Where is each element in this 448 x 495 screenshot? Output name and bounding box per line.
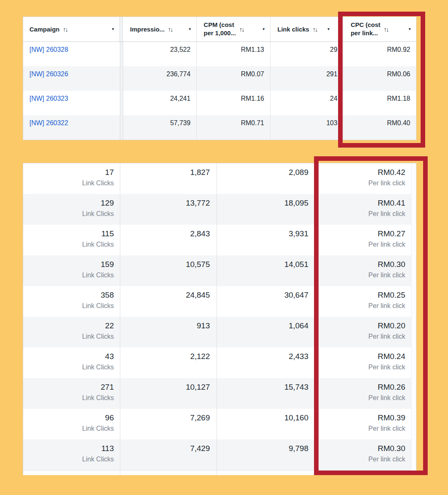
table-row: 43 Link Clicks 2,122 2,433 RM0.24 Per li… xyxy=(23,347,416,378)
metric-cell: 24,845 xyxy=(120,286,217,317)
cpc-cell: RM0.30 Per link click xyxy=(315,439,416,470)
campaign-cell: [NW] 260326 xyxy=(23,66,120,91)
campaign-link[interactable]: [NW] 260326 xyxy=(29,70,68,78)
metric-cell: 15,743 xyxy=(217,378,315,409)
scrollbar-track[interactable] xyxy=(411,163,416,475)
pinned-column-divider xyxy=(119,17,123,41)
impressions-cell: 57,739 xyxy=(123,115,197,140)
column-header-link-clicks[interactable]: Link clicks ↑↓ ▾ xyxy=(270,17,343,41)
cpc-value: RM0.20 xyxy=(316,321,406,331)
cpc-value: RM0.39 xyxy=(316,413,406,423)
table-row: 22 Link Clicks 913 1,064 RM0.20 Per link… xyxy=(23,317,416,347)
cpc-value: RM0.30 xyxy=(316,260,406,269)
column-header-campaign[interactable]: Campaign ↑↓ ▾ xyxy=(23,17,119,41)
campaigns-table-header: Campaign ↑↓ ▾ Impressio... ↑↓ ▾ CPM (cos… xyxy=(23,17,416,42)
metric-cell: 18,095 xyxy=(217,194,315,225)
table-row: 159 Link Clicks 10,575 14,051 RM0.30 Per… xyxy=(23,255,416,286)
cpc-value: RM0.41 xyxy=(316,198,406,208)
table-row: [NW] 260323 24,241 RM1.16 24 RM1.18 xyxy=(23,91,416,115)
results-value: 129 xyxy=(23,198,114,208)
metric-cell: 10,575 xyxy=(120,255,217,286)
cpc-value: RM0.42 xyxy=(316,167,406,177)
metric-cell: 913 xyxy=(120,317,217,347)
results-value: 358 xyxy=(23,290,114,300)
results-value: 159 xyxy=(23,260,114,269)
filter-caret-icon[interactable]: ▾ xyxy=(263,27,265,31)
column-header-impressions[interactable]: Impressio... ↑↓ ▾ xyxy=(123,17,196,41)
cpc-type-label: Per link click xyxy=(316,240,406,249)
column-header-cpc[interactable]: CPC (cost per link... ↑↓ ▾ xyxy=(343,17,416,41)
results-type-label: Link Clicks xyxy=(23,393,114,403)
cpc-type-label: Per link click xyxy=(316,209,406,218)
table-row: [NW] 260322 57,739 RM0.71 103 RM0.40 xyxy=(23,115,416,140)
cpc-type-label: Per link click xyxy=(316,271,406,280)
results-type-label: Link Clicks xyxy=(23,363,114,372)
cpm-cell: RM0.07 xyxy=(196,66,270,91)
sort-arrows-icon[interactable]: ↑↓ xyxy=(63,26,68,33)
table-row: [NW] 260328 23,522 RM1.13 29 RM0.92 xyxy=(23,42,416,66)
metric-cell: 7,429 xyxy=(120,439,217,470)
cpc-type-label: Per link click xyxy=(316,455,406,464)
cpc-type-label: Per link click xyxy=(316,179,406,188)
link-clicks-cell: 24 xyxy=(270,91,343,115)
metric-cell: 1,827 xyxy=(120,163,217,194)
column-label-cpc: CPC (cost per link... xyxy=(351,21,380,37)
column-label-campaign: Campaign xyxy=(29,26,60,33)
sort-arrows-icon[interactable]: ↑↓ xyxy=(384,26,388,33)
metric-cell: 2,122 xyxy=(120,347,217,378)
metric-cell: 7,269 xyxy=(120,409,217,439)
results-value: 22 xyxy=(23,321,114,331)
cpm-cell: RM1.16 xyxy=(196,91,270,115)
column-label-link-clicks: Link clicks xyxy=(278,26,309,33)
cpc-cell: RM0.39 Per link click xyxy=(315,409,416,439)
sort-arrows-icon[interactable]: ↑↓ xyxy=(312,26,317,33)
cpc-cell: RM0.06 xyxy=(343,66,416,91)
results-type-label: Link Clicks xyxy=(23,271,114,280)
column-label-cpm: CPM (cost per 1,000... xyxy=(204,21,236,37)
cpc-cell: RM0.30 Per link click xyxy=(315,255,416,286)
sort-arrows-icon[interactable]: ↑↓ xyxy=(239,26,244,33)
results-type-label: Link Clicks xyxy=(23,301,114,311)
results-cell: 159 Link Clicks xyxy=(23,255,120,286)
cpm-cell: RM0.71 xyxy=(196,115,270,140)
results-value: 96 xyxy=(23,413,114,423)
filter-caret-icon[interactable]: ▾ xyxy=(328,27,330,31)
cpc-cell: RM0.26 Per link click xyxy=(315,378,416,409)
cpc-cell: RM0.42 Per link click xyxy=(315,163,416,194)
results-cell: 43 Link Clicks xyxy=(23,347,120,378)
results-value: 271 xyxy=(23,382,114,392)
cpc-type-label: Per link click xyxy=(316,332,406,341)
cpc-value: RM0.30 xyxy=(316,444,406,454)
pinned-column-divider xyxy=(120,42,123,66)
campaign-link[interactable]: [NW] 260323 xyxy=(29,95,68,102)
filter-caret-icon[interactable]: ▾ xyxy=(112,27,114,31)
table-row: 358 Link Clicks 24,845 30,647 RM0.25 Per… xyxy=(23,286,416,317)
sort-arrows-icon[interactable]: ↑↓ xyxy=(168,26,173,33)
results-cell: 271 Link Clicks xyxy=(23,378,120,409)
results-type-label: Link Clicks xyxy=(23,424,114,433)
cpc-cell: RM0.92 xyxy=(343,42,416,66)
table-row: 129 Link Clicks 13,772 18,095 RM0.41 Per… xyxy=(23,194,416,225)
metric-cell: 14,051 xyxy=(217,255,315,286)
campaign-link[interactable]: [NW] 260322 xyxy=(29,119,68,126)
pinned-column-divider xyxy=(120,66,123,91)
campaign-link[interactable]: [NW] 260328 xyxy=(29,46,68,53)
filter-caret-icon[interactable]: ▾ xyxy=(409,27,411,31)
column-header-cpm[interactable]: CPM (cost per 1,000... ↑↓ ▾ xyxy=(196,17,270,41)
metric-cell: 2,433 xyxy=(217,347,315,378)
cpc-cell: RM0.27 Per link click xyxy=(315,225,416,255)
results-cell: 17 Link Clicks xyxy=(23,163,120,194)
cpc-value: RM0.25 xyxy=(316,290,406,300)
cpm-cell: RM1.13 xyxy=(196,42,270,66)
metric-cell: 1,064 xyxy=(217,317,315,347)
screenshot-canvas: Campaign ↑↓ ▾ Impressio... ↑↓ ▾ CPM (cos… xyxy=(0,0,448,495)
cpc-type-label: Per link click xyxy=(316,363,406,372)
partial-row xyxy=(23,470,416,475)
filter-caret-icon[interactable]: ▾ xyxy=(189,27,191,31)
metric-cell: 9,798 xyxy=(217,439,315,470)
results-value: 43 xyxy=(23,352,114,362)
cpc-type-label: Per link click xyxy=(316,393,406,403)
cpc-cell: RM0.20 Per link click xyxy=(315,317,416,347)
pinned-column-divider xyxy=(120,91,123,115)
results-type-label: Link Clicks xyxy=(23,240,114,249)
